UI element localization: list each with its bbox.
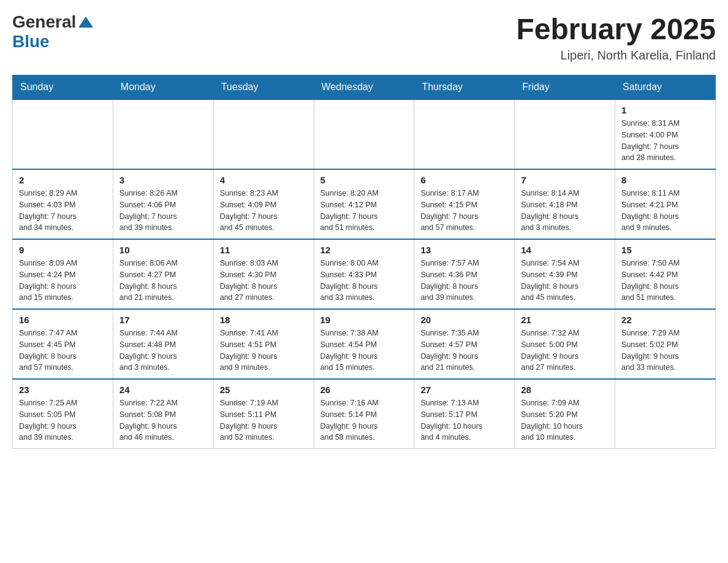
day-info: Sunrise: 7:38 AM Sunset: 4:54 PM Dayligh… — [320, 327, 408, 373]
logo: General Blue — [12, 12, 94, 52]
day-info: Sunrise: 7:32 AM Sunset: 5:00 PM Dayligh… — [521, 327, 609, 373]
svg-marker-0 — [78, 17, 93, 28]
day-number: 24 — [119, 385, 207, 395]
day-number: 18 — [220, 315, 308, 325]
day-number: 2 — [19, 175, 107, 185]
calendar-cell: 4Sunrise: 8:23 AM Sunset: 4:09 PM Daylig… — [213, 169, 314, 239]
weekday-header-wednesday: Wednesday — [314, 75, 414, 100]
day-info: Sunrise: 8:20 AM Sunset: 4:12 PM Dayligh… — [320, 188, 408, 234]
day-info: Sunrise: 7:35 AM Sunset: 4:57 PM Dayligh… — [420, 327, 508, 373]
day-number: 12 — [320, 245, 408, 255]
calendar-cell: 27Sunrise: 7:13 AM Sunset: 5:17 PM Dayli… — [414, 379, 515, 449]
day-number: 16 — [19, 315, 107, 325]
calendar-cell: 24Sunrise: 7:22 AM Sunset: 5:08 PM Dayli… — [113, 379, 213, 449]
calendar-cell: 28Sunrise: 7:09 AM Sunset: 5:20 PM Dayli… — [515, 379, 615, 449]
logo-general-text: General — [12, 12, 76, 32]
day-number: 4 — [220, 175, 308, 185]
day-info: Sunrise: 8:29 AM Sunset: 4:03 PM Dayligh… — [19, 188, 107, 234]
calendar-cell: 2Sunrise: 8:29 AM Sunset: 4:03 PM Daylig… — [13, 169, 113, 239]
calendar-cell: 25Sunrise: 7:19 AM Sunset: 5:11 PM Dayli… — [213, 379, 314, 449]
day-info: Sunrise: 8:26 AM Sunset: 4:06 PM Dayligh… — [119, 188, 207, 234]
calendar-cell: 11Sunrise: 8:03 AM Sunset: 4:30 PM Dayli… — [213, 239, 314, 309]
month-year-title: February 2025 — [516, 12, 716, 46]
day-info: Sunrise: 8:03 AM Sunset: 4:30 PM Dayligh… — [220, 258, 308, 304]
calendar-cell: 19Sunrise: 7:38 AM Sunset: 4:54 PM Dayli… — [314, 309, 414, 379]
day-info: Sunrise: 7:47 AM Sunset: 4:45 PM Dayligh… — [19, 327, 107, 373]
day-info: Sunrise: 7:16 AM Sunset: 5:14 PM Dayligh… — [320, 397, 408, 443]
day-number: 13 — [420, 245, 508, 255]
day-info: Sunrise: 8:11 AM Sunset: 4:21 PM Dayligh… — [621, 188, 709, 234]
day-number: 26 — [320, 385, 408, 395]
day-info: Sunrise: 8:17 AM Sunset: 4:15 PM Dayligh… — [420, 188, 508, 234]
day-info: Sunrise: 7:13 AM Sunset: 5:17 PM Dayligh… — [420, 397, 508, 443]
weekday-header-thursday: Thursday — [414, 75, 515, 100]
day-info: Sunrise: 7:22 AM Sunset: 5:08 PM Dayligh… — [119, 397, 207, 443]
calendar-cell: 7Sunrise: 8:14 AM Sunset: 4:18 PM Daylig… — [515, 169, 615, 239]
calendar-cell — [13, 99, 113, 169]
weekday-header-row: SundayMondayTuesdayWednesdayThursdayFrid… — [13, 75, 716, 100]
day-number: 7 — [521, 175, 609, 185]
day-info: Sunrise: 8:23 AM Sunset: 4:09 PM Dayligh… — [220, 188, 308, 234]
calendar-week-row: 2Sunrise: 8:29 AM Sunset: 4:03 PM Daylig… — [13, 169, 716, 239]
calendar-cell: 8Sunrise: 8:11 AM Sunset: 4:21 PM Daylig… — [615, 169, 716, 239]
day-info: Sunrise: 7:44 AM Sunset: 4:48 PM Dayligh… — [119, 327, 207, 373]
day-number: 3 — [119, 175, 207, 185]
weekday-header-sunday: Sunday — [13, 75, 113, 100]
calendar-cell — [314, 99, 414, 169]
day-number: 9 — [19, 245, 107, 255]
calendar-cell: 5Sunrise: 8:20 AM Sunset: 4:12 PM Daylig… — [314, 169, 414, 239]
logo-triangle-icon — [77, 15, 94, 29]
day-number: 6 — [420, 175, 508, 185]
day-info: Sunrise: 8:00 AM Sunset: 4:33 PM Dayligh… — [320, 258, 408, 304]
calendar-cell: 13Sunrise: 7:57 AM Sunset: 4:36 PM Dayli… — [414, 239, 515, 309]
calendar-week-row: 1Sunrise: 8:31 AM Sunset: 4:00 PM Daylig… — [13, 99, 716, 169]
calendar-cell: 18Sunrise: 7:41 AM Sunset: 4:51 PM Dayli… — [213, 309, 314, 379]
day-info: Sunrise: 7:57 AM Sunset: 4:36 PM Dayligh… — [420, 258, 508, 304]
calendar-cell: 17Sunrise: 7:44 AM Sunset: 4:48 PM Dayli… — [113, 309, 213, 379]
day-info: Sunrise: 7:25 AM Sunset: 5:05 PM Dayligh… — [19, 397, 107, 443]
location-text: Liperi, North Karelia, Finland — [516, 48, 716, 63]
day-number: 23 — [19, 385, 107, 395]
calendar-cell: 10Sunrise: 8:06 AM Sunset: 4:27 PM Dayli… — [113, 239, 213, 309]
calendar-cell: 22Sunrise: 7:29 AM Sunset: 5:02 PM Dayli… — [615, 309, 716, 379]
day-info: Sunrise: 8:31 AM Sunset: 4:00 PM Dayligh… — [621, 118, 709, 164]
day-number: 28 — [521, 385, 609, 395]
day-number: 1 — [621, 105, 709, 115]
day-info: Sunrise: 7:41 AM Sunset: 4:51 PM Dayligh… — [220, 327, 308, 373]
calendar-cell — [113, 99, 213, 169]
day-number: 19 — [320, 315, 408, 325]
calendar-cell: 16Sunrise: 7:47 AM Sunset: 4:45 PM Dayli… — [13, 309, 113, 379]
calendar-cell: 3Sunrise: 8:26 AM Sunset: 4:06 PM Daylig… — [113, 169, 213, 239]
calendar-table: SundayMondayTuesdayWednesdayThursdayFrid… — [12, 75, 716, 449]
day-number: 20 — [420, 315, 508, 325]
calendar-cell: 21Sunrise: 7:32 AM Sunset: 5:00 PM Dayli… — [515, 309, 615, 379]
calendar-cell: 14Sunrise: 7:54 AM Sunset: 4:39 PM Dayli… — [515, 239, 615, 309]
calendar-cell: 6Sunrise: 8:17 AM Sunset: 4:15 PM Daylig… — [414, 169, 515, 239]
calendar-cell — [414, 99, 515, 169]
day-number: 21 — [521, 315, 609, 325]
calendar-cell: 20Sunrise: 7:35 AM Sunset: 4:57 PM Dayli… — [414, 309, 515, 379]
day-number: 10 — [119, 245, 207, 255]
logo-blue-text: Blue — [12, 32, 50, 51]
calendar-cell: 26Sunrise: 7:16 AM Sunset: 5:14 PM Dayli… — [314, 379, 414, 449]
calendar-week-row: 16Sunrise: 7:47 AM Sunset: 4:45 PM Dayli… — [13, 309, 716, 379]
page-header: General Blue February 2025 Liperi, North… — [12, 12, 716, 63]
day-info: Sunrise: 8:14 AM Sunset: 4:18 PM Dayligh… — [521, 188, 609, 234]
calendar-week-row: 23Sunrise: 7:25 AM Sunset: 5:05 PM Dayli… — [13, 379, 716, 449]
day-number: 15 — [621, 245, 709, 255]
weekday-header-tuesday: Tuesday — [213, 75, 314, 100]
weekday-header-monday: Monday — [113, 75, 213, 100]
calendar-cell — [515, 99, 615, 169]
day-info: Sunrise: 8:06 AM Sunset: 4:27 PM Dayligh… — [119, 258, 207, 304]
day-info: Sunrise: 8:09 AM Sunset: 4:24 PM Dayligh… — [19, 258, 107, 304]
day-number: 11 — [220, 245, 308, 255]
calendar-cell: 9Sunrise: 8:09 AM Sunset: 4:24 PM Daylig… — [13, 239, 113, 309]
day-info: Sunrise: 7:50 AM Sunset: 4:42 PM Dayligh… — [621, 258, 709, 304]
day-info: Sunrise: 7:09 AM Sunset: 5:20 PM Dayligh… — [521, 397, 609, 443]
day-info: Sunrise: 7:29 AM Sunset: 5:02 PM Dayligh… — [621, 327, 709, 373]
calendar-cell: 15Sunrise: 7:50 AM Sunset: 4:42 PM Dayli… — [615, 239, 716, 309]
calendar-cell: 12Sunrise: 8:00 AM Sunset: 4:33 PM Dayli… — [314, 239, 414, 309]
title-section: February 2025 Liperi, North Karelia, Fin… — [516, 12, 716, 63]
day-number: 17 — [119, 315, 207, 325]
calendar-week-row: 9Sunrise: 8:09 AM Sunset: 4:24 PM Daylig… — [13, 239, 716, 309]
